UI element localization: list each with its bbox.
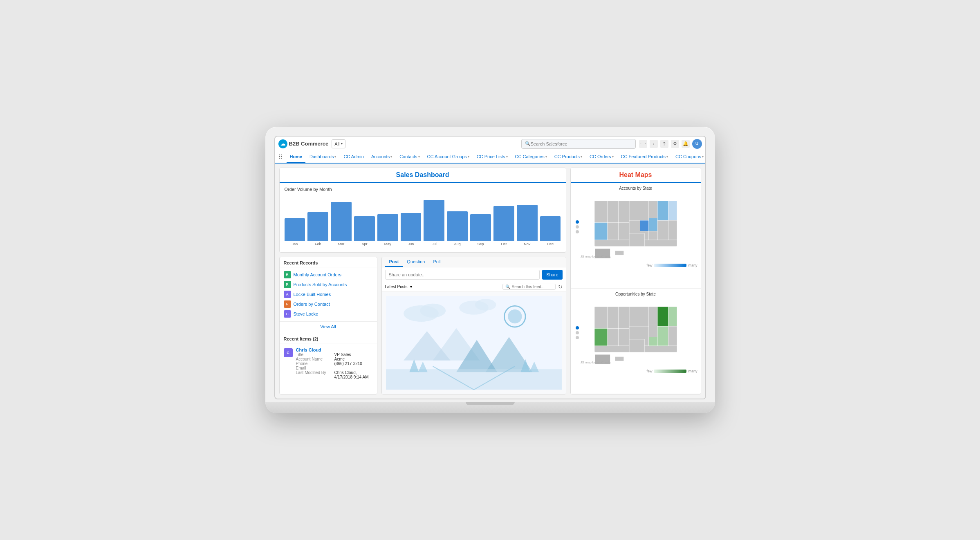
svg-rect-35 — [668, 201, 677, 221]
bottom-panels: Recent Records RMonthly Account OrdersRP… — [279, 257, 566, 394]
nav-coupons-label: CC Coupons — [675, 154, 701, 159]
recent-item-name[interactable]: Chris Cloud — [296, 347, 373, 352]
record-icon: R — [284, 281, 291, 288]
bar-label: Oct — [501, 242, 507, 246]
bar — [424, 200, 444, 241]
nav-categories-label: CC Categories — [515, 154, 545, 159]
feed-dropdown-icon[interactable]: ▾ — [410, 285, 412, 289]
bar-label: Jul — [432, 242, 437, 246]
recent-item-card: C Chris Cloud TitleVP SalesAccount NameA… — [284, 346, 373, 381]
salesforce-logo: ☁ B2B Commerce — [278, 139, 329, 148]
feed-refresh-icon[interactable]: ↻ — [558, 284, 563, 290]
bar — [307, 212, 328, 241]
nav-home-label: Home — [290, 154, 303, 159]
bar — [517, 205, 538, 241]
svg-rect-31 — [648, 218, 657, 231]
question-icon[interactable]: ? — [660, 140, 668, 148]
search-input[interactable] — [531, 141, 632, 146]
share-button[interactable]: Share — [542, 270, 562, 280]
post-tab[interactable]: Question — [403, 257, 429, 267]
scope-chevron: ▾ — [341, 142, 343, 146]
nav-products[interactable]: CC Products ▾ — [551, 151, 585, 163]
bar-label: Feb — [315, 242, 321, 246]
nav-cc-admin[interactable]: CC Admin — [340, 151, 367, 163]
bar-group: Jul — [424, 200, 444, 246]
svg-rect-41 — [594, 307, 608, 328]
svg-rect-52 — [648, 307, 657, 324]
nav-featured[interactable]: CC Featured Products ▾ — [618, 151, 671, 163]
global-search-bar[interactable]: 🔍 — [521, 139, 636, 149]
avatar[interactable]: U — [692, 139, 702, 149]
list-item[interactable]: RProducts Sold by Accounts — [284, 280, 373, 289]
map-dot-2[interactable] — [576, 225, 579, 229]
bar — [447, 211, 468, 241]
gear-icon[interactable]: ⚙ — [671, 140, 679, 148]
nav-coupons[interactable]: CC Coupons ▾ — [672, 151, 706, 163]
svg-rect-23 — [618, 201, 629, 223]
post-tab[interactable]: Poll — [429, 257, 444, 267]
opportunities-by-state-svg — [574, 298, 697, 367]
nav-price-lists[interactable]: CC Price Lists ▾ — [473, 151, 511, 163]
feed-illustration-svg — [386, 296, 562, 390]
square-icon[interactable]: ▫ — [650, 140, 658, 148]
feed-search-input[interactable] — [512, 285, 553, 289]
svg-rect-57 — [668, 307, 677, 326]
left-bottom-panel: Recent Records RMonthly Account OrdersRP… — [279, 257, 377, 394]
nav-home[interactable]: Home — [287, 151, 306, 163]
list-item[interactable]: CSteve Locke — [284, 309, 373, 319]
svg-rect-30 — [648, 201, 657, 219]
record-link[interactable]: Monthly Account Orders — [294, 272, 341, 277]
view-all-link[interactable]: View All — [280, 321, 377, 332]
svg-rect-22 — [607, 223, 618, 240]
map-dot-3[interactable] — [576, 230, 579, 233]
list-item[interactable]: ROrders by Contact — [284, 299, 373, 309]
nav-featured-chevron: ▾ — [666, 155, 668, 159]
svg-rect-43 — [607, 307, 618, 328]
record-link[interactable]: Orders by Contact — [294, 302, 330, 307]
svg-rect-11 — [386, 369, 562, 390]
nav-grid-icon[interactable]: ⠿ — [278, 154, 283, 160]
list-item[interactable]: RMonthly Account Orders — [284, 270, 373, 280]
nav-orders[interactable]: CC Orders ▾ — [586, 151, 617, 163]
opportunities-map-credit: JS map by amCharts — [581, 361, 611, 364]
sales-dashboard-panel: Sales Dashboard Order Volume by Month Ja… — [279, 168, 566, 253]
bar — [540, 216, 561, 241]
sales-dashboard-title: Sales Dashboard — [396, 171, 449, 178]
opportunities-by-state-section: Opportunities by State — [571, 289, 701, 394]
post-tab[interactable]: Post — [385, 257, 403, 267]
scope-selector[interactable]: All ▾ — [332, 139, 345, 148]
opp-map-dot-2[interactable] — [576, 331, 579, 334]
ri-label: Title — [296, 352, 333, 357]
feed-search[interactable]: 🔍 — [502, 284, 556, 290]
post-input[interactable] — [385, 270, 540, 280]
heat-maps-panel: Heat Maps Accounts by State — [570, 168, 701, 394]
feed-label: Latest Posts — [385, 285, 408, 289]
bar-label: Jun — [408, 242, 414, 246]
list-item[interactable]: ALocke Built Homes — [284, 289, 373, 299]
svg-rect-32 — [648, 231, 657, 240]
svg-rect-55 — [657, 326, 668, 346]
nav-contacts[interactable]: Contacts ▾ — [396, 151, 423, 163]
nav-products-chevron: ▾ — [581, 155, 582, 159]
grid-icon[interactable]: ⋮⋮ — [639, 140, 647, 148]
navbar: ⠿ Home Dashboards ▾ CC Admin Accounts ▾ … — [275, 151, 705, 164]
nav-categories[interactable]: CC Categories ▾ — [512, 151, 550, 163]
record-link[interactable]: Steve Locke — [294, 311, 318, 316]
laptop-screen: ☁ B2B Commerce All ▾ 🔍 ⋮⋮ ▫ ? ⚙ 🔔 U — [274, 136, 706, 399]
nav-accounts[interactable]: Accounts ▾ — [368, 151, 395, 163]
record-link[interactable]: Products Sold by Accounts — [294, 282, 347, 287]
nav-account-groups[interactable]: CC Account Groups ▾ — [424, 151, 473, 163]
recent-items-title: Recent Items (2) — [280, 333, 377, 343]
record-icon: C — [284, 310, 291, 318]
opp-map-dot-3[interactable] — [576, 336, 579, 339]
bar-label: Apr — [361, 242, 367, 246]
opp-map-dot-1[interactable] — [576, 326, 579, 329]
map-dot-1[interactable] — [576, 220, 579, 224]
accounts-by-state-title: Accounts by State — [574, 186, 697, 190]
bell-icon[interactable]: 🔔 — [682, 140, 690, 148]
bar — [377, 214, 398, 241]
nav-dashboards[interactable]: Dashboards ▾ — [306, 151, 339, 163]
record-link[interactable]: Locke Built Homes — [294, 292, 331, 297]
svg-rect-34 — [657, 201, 668, 221]
svg-rect-54 — [648, 337, 657, 345]
